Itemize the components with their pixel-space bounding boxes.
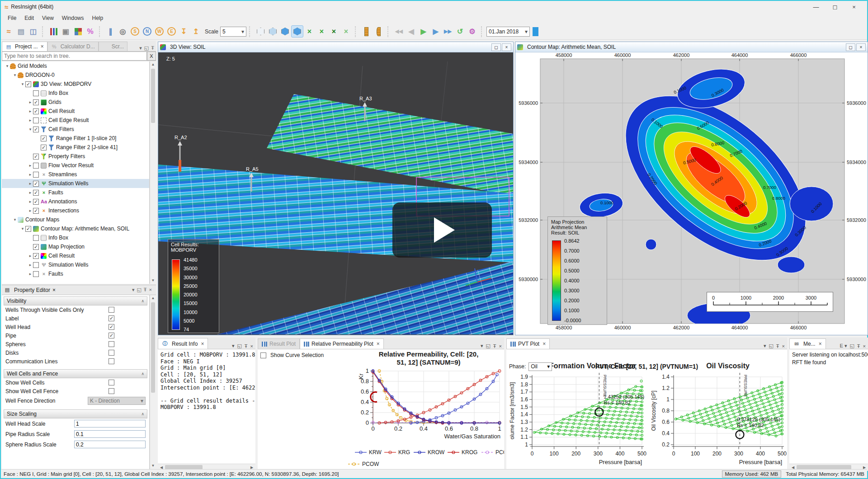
expand-arrow-icon[interactable]: ▸ — [28, 100, 33, 104]
tree-item-contour-map-arithmetic-mean-soil[interactable]: ▾✓Contour Map: Arithmetic Mean, SOIL — [2, 224, 149, 233]
anim-step-back-button[interactable]: ◀ — [405, 25, 417, 38]
dock-tab-1[interactable]: %Calculator D... — [47, 42, 99, 51]
msg-close-icon[interactable]: × — [863, 343, 866, 349]
tree-item-simulation-wells[interactable]: ▸✓ΨSimulation Wells — [2, 179, 149, 188]
pe-input[interactable] — [74, 420, 146, 427]
tree-checkbox[interactable] — [33, 90, 39, 96]
pe-pin-icon[interactable]: Ŧ — [144, 287, 147, 293]
tree-item-cell-result[interactable]: ▸✓Cell Result — [2, 107, 149, 116]
property-editor-close-icon[interactable]: × — [52, 287, 56, 293]
tree-item-info-box[interactable]: Info Box — [2, 233, 149, 242]
scale-select[interactable]: 5▾ — [220, 27, 246, 37]
pe-section-visibility[interactable]: Visibility∧ — [4, 296, 147, 305]
tree-checkbox[interactable]: ✓ — [33, 244, 39, 250]
tree-checkbox[interactable]: ✓ — [33, 99, 39, 105]
link-views-button[interactable]: ▣ — [60, 25, 72, 38]
tree-checkbox[interactable] — [33, 271, 39, 277]
rp-float-icon[interactable]: ◱ — [486, 343, 490, 349]
tree-checkbox[interactable]: ✓ — [33, 127, 39, 132]
close-button[interactable]: × — [844, 4, 863, 10]
faults-show-labels-button[interactable]: × — [316, 25, 328, 38]
menu-windows[interactable]: Windows — [58, 14, 88, 23]
app-home-button[interactable]: ≈ — [3, 25, 15, 38]
tree-item-info-box[interactable]: Info Box — [2, 89, 149, 98]
pe-section-well-cells-and-fence[interactable]: Well Cells and Fence∧ — [4, 369, 147, 378]
contour-map-titlebar[interactable]: Contour Map: Arithmetic Mean, SOIL ◻× — [515, 42, 868, 52]
map-close-button[interactable]: × — [856, 43, 866, 51]
tree-checkbox[interactable] — [33, 117, 39, 123]
minimize-button[interactable]: — — [807, 4, 826, 10]
view-north-button[interactable]: N — [141, 25, 153, 38]
anim-repeat-button[interactable]: ↺ — [454, 25, 466, 38]
view-east-button[interactable]: E — [165, 25, 178, 38]
anim-step-forward-button[interactable]: ▶ — [429, 25, 442, 38]
tree-scrollbar[interactable]: ▲ ▼ — [150, 61, 156, 284]
tree-checkbox[interactable] — [33, 262, 39, 268]
tree-checkbox[interactable] — [33, 235, 39, 241]
menu-edit[interactable]: Edit — [20, 14, 38, 23]
relperm-tab-close-icon[interactable]: × — [377, 341, 380, 347]
tree-item-3d-view-mobporv[interactable]: ▾✓3D View: MOBPORV — [2, 80, 149, 89]
ri-pin-icon[interactable]: Ŧ — [245, 343, 248, 349]
expand-arrow-icon[interactable]: ▸ — [28, 163, 33, 168]
view3d-close-button[interactable]: × — [502, 43, 511, 51]
view3d-titlebar[interactable]: 3D View: SOIL ◻× — [158, 42, 513, 52]
tree-item-faults[interactable]: ▸×Faults — [2, 269, 149, 278]
tree-item-streamlines[interactable]: ▸×Streamlines — [2, 170, 149, 179]
msg-float-icon[interactable]: ◱ — [849, 343, 854, 349]
faults-lines-button[interactable]: × — [340, 25, 352, 38]
faults-ndc-button[interactable]: × — [328, 25, 340, 38]
tree-item-annotations[interactable]: ▸✓AaAnnotations — [2, 197, 149, 206]
pvt-tab-close-icon[interactable]: × — [542, 341, 546, 347]
plot-main-window-button[interactable] — [47, 25, 60, 38]
show-cube-top-button[interactable] — [267, 25, 279, 38]
tree-checkbox[interactable]: ✓ — [25, 81, 31, 87]
view-south-button[interactable]: S — [129, 25, 141, 38]
ri-close-icon[interactable]: × — [250, 343, 253, 349]
pvt-float-icon[interactable]: ◱ — [769, 343, 773, 349]
rp-menu-icon[interactable]: ▾ — [481, 343, 483, 349]
show-cube-filtered-button[interactable] — [291, 25, 303, 38]
anim-play-button[interactable]: ▶ — [417, 25, 429, 38]
dock-pin-icon[interactable]: Ŧ — [151, 45, 154, 51]
expand-arrow-icon[interactable]: ▾ — [28, 127, 33, 131]
pe-checkbox[interactable]: ✓ — [108, 333, 114, 338]
ri-menu-icon[interactable]: ▾ — [232, 343, 235, 349]
collapse-icon[interactable]: ∧ — [141, 299, 144, 303]
search-clear-button[interactable]: X — [147, 52, 156, 61]
pe-checkbox[interactable] — [108, 307, 114, 313]
menu-file[interactable]: File — [4, 14, 20, 23]
view3d-restore-button[interactable]: ◻ — [491, 43, 501, 51]
collapse-icon[interactable]: ∧ — [141, 412, 144, 416]
pe-checkbox[interactable] — [108, 350, 114, 356]
tree-checkbox[interactable]: ✓ — [41, 136, 47, 141]
collapse-icon[interactable]: ∧ — [141, 371, 144, 376]
tree-item-flow-vector-result[interactable]: ▸Flow Vector Result — [2, 161, 149, 170]
tab-messages[interactable]: ✉ Me...× — [789, 338, 826, 349]
tree-checkbox[interactable]: ✓ — [33, 208, 39, 214]
pe-input[interactable] — [74, 441, 146, 448]
expand-arrow-icon[interactable]: ▸ — [28, 263, 33, 267]
tree-checkbox[interactable]: ✓ — [25, 226, 31, 232]
dock-tab-2[interactable]: Scr... — [99, 42, 127, 51]
tree-item-map-projection[interactable]: ✓Map Projection — [2, 242, 149, 251]
tree-item-grids[interactable]: ▸✓Grids — [2, 98, 149, 107]
pe-checkbox[interactable] — [108, 341, 114, 347]
expand-arrow-icon[interactable]: ▸ — [28, 181, 33, 186]
view-west-button[interactable]: W — [153, 25, 165, 38]
tree-checkbox[interactable]: ✓ — [33, 154, 39, 160]
snap-down-button[interactable]: ↧ — [178, 25, 190, 38]
dock-tab-close-icon[interactable]: × — [41, 43, 44, 50]
ri-float-icon[interactable]: ◱ — [237, 343, 241, 349]
expand-arrow-icon[interactable]: ▸ — [28, 272, 33, 276]
expand-arrow-icon[interactable]: ▸ — [28, 254, 33, 258]
tab-relative-permeability-plot[interactable]: Relative Permeability Plot× — [300, 338, 384, 349]
snap-up-button[interactable]: ↥ — [190, 25, 202, 38]
rp-pin-icon[interactable]: Ŧ — [493, 343, 496, 349]
expand-arrow-icon[interactable]: ▾ — [20, 82, 25, 86]
tab-pvt-plot[interactable]: PVT Plot× — [506, 338, 550, 349]
tree-checkbox[interactable]: ✓ — [33, 181, 39, 187]
tree-checkbox[interactable]: ✓ — [33, 199, 39, 205]
pvt-close-icon[interactable]: × — [782, 343, 785, 349]
anim-settings-button[interactable]: ⚙ — [466, 25, 478, 38]
